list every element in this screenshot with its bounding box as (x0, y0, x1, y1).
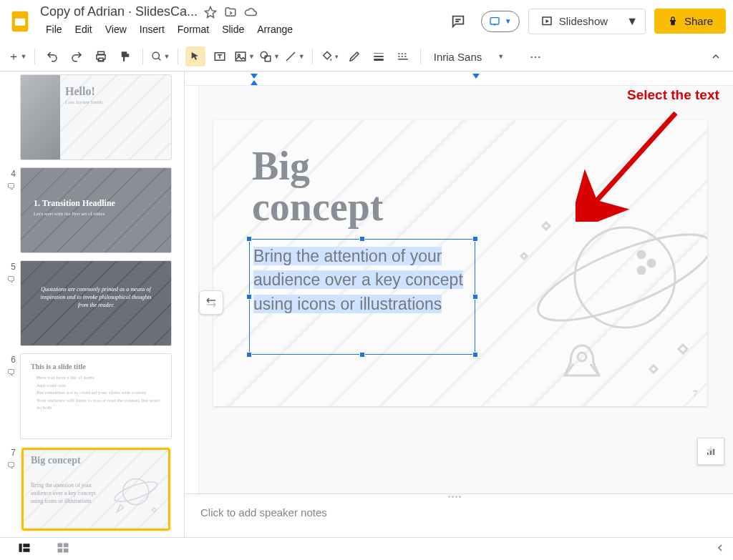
menu-edit[interactable]: Edit (69, 21, 98, 38)
toolbar: ＋▼ ▼ ▼ ▼ ▼ ▾ Inria Sans ▼ ⋯ (0, 42, 733, 72)
bottom-bar (0, 537, 733, 560)
slideshow-caret[interactable]: ▼ (619, 9, 646, 34)
svg-rect-18 (19, 544, 22, 552)
thumb-sub: Let's start with the first set of slides (34, 211, 105, 217)
shape-tool[interactable]: ▼ (259, 46, 280, 67)
speaker-notes-icon: 🗨 (7, 461, 16, 471)
thumb-sub: Bring the attention of your audience ove… (31, 481, 102, 506)
thumb-number: 4 (11, 169, 16, 179)
annotation-text: Select the text (627, 87, 719, 103)
thumb-sub: I am Jayden Smith (65, 99, 102, 105)
menu-file[interactable]: File (40, 21, 68, 38)
slides-logo[interactable] (6, 7, 34, 36)
textbox-tool[interactable] (210, 46, 230, 67)
border-color-button[interactable] (344, 46, 364, 67)
explore-button[interactable] (697, 438, 724, 465)
svg-point-7 (261, 51, 267, 58)
svg-rect-21 (58, 543, 63, 547)
slide-thumbnails-panel[interactable]: Hello! I am Jayden Smith 4🗨 1. Transitio… (0, 72, 185, 542)
thumb-number: 5 (11, 262, 16, 272)
svg-point-14 (638, 267, 645, 274)
slideshow-label: Slideshow (559, 15, 608, 27)
slide-page-number: 7 (693, 388, 697, 399)
menu-arrange[interactable]: Arrange (251, 21, 298, 38)
collapse-panel-button[interactable] (714, 542, 733, 556)
font-name-label: Inria Sans (434, 51, 482, 63)
svg-rect-24 (64, 548, 69, 552)
thumb-sub: Here you have a list of items And some t… (37, 374, 162, 412)
speaker-notes[interactable]: Click to add speaker notes (185, 499, 733, 542)
border-dash-button[interactable] (393, 46, 413, 67)
speaker-notes-icon: 🗨 (7, 368, 16, 378)
svg-point-16 (578, 353, 586, 361)
slide-canvas[interactable]: Big concept Bring the attention of your … (213, 120, 707, 406)
menu-view[interactable]: View (99, 21, 132, 38)
share-button[interactable]: Share (654, 9, 726, 34)
vertical-ruler[interactable] (185, 86, 199, 493)
zoom-button[interactable]: ▼ (150, 46, 170, 67)
thumb-title: Quotations are commonly printed as a mea… (35, 285, 157, 310)
collapse-toolbar-button[interactable] (706, 46, 726, 67)
svg-rect-23 (58, 548, 63, 552)
svg-point-10 (112, 478, 159, 505)
horizontal-ruler[interactable] (185, 72, 733, 86)
svg-rect-1 (15, 18, 25, 25)
svg-point-15 (528, 217, 707, 338)
menu-bar: File Edit View Insert Format Slide Arran… (40, 21, 438, 38)
share-label: Share (684, 15, 713, 27)
svg-point-3 (152, 52, 159, 59)
svg-rect-22 (64, 543, 69, 547)
paint-format-button[interactable] (115, 46, 135, 67)
speaker-notes-icon: 🗨 (7, 182, 16, 192)
speaker-notes-icon: 🗨 (7, 275, 16, 285)
doc-title[interactable]: Copy of Adrian · SlidesCa... (40, 4, 198, 19)
thumb-title: Big concept (31, 456, 81, 466)
select-tool[interactable] (185, 46, 205, 67)
selected-textbox[interactable]: Bring the attention of your audience ove… (251, 240, 474, 353)
svg-rect-2 (490, 17, 499, 24)
fill-color-button[interactable]: ▾ (320, 46, 340, 67)
svg-rect-5 (236, 52, 246, 61)
line-tool[interactable]: ▼ (284, 46, 305, 67)
svg-rect-8 (265, 56, 271, 62)
svg-point-12 (638, 251, 645, 258)
print-button[interactable] (91, 46, 111, 67)
grid-view-icon[interactable] (56, 541, 70, 558)
undo-button[interactable] (42, 46, 62, 67)
filmstrip-view-icon[interactable] (17, 541, 31, 558)
notes-splitter[interactable] (185, 493, 733, 499)
slide-title[interactable]: Big concept (252, 146, 384, 227)
border-weight-button[interactable] (369, 46, 389, 67)
present-dropdown[interactable]: ▼ (481, 11, 520, 32)
star-icon[interactable] (203, 5, 218, 19)
image-tool[interactable]: ▼ (234, 46, 255, 67)
thumb-slide-6[interactable]: This is a slide title Here you have a li… (20, 353, 172, 439)
illustration-planet (500, 199, 707, 399)
redo-button[interactable] (67, 46, 87, 67)
menu-slide[interactable]: Slide (216, 21, 250, 38)
thumb-title: 1. Transition Headline (34, 198, 115, 209)
slideshow-button[interactable]: Slideshow (528, 9, 619, 34)
format-options-chip[interactable] (199, 290, 223, 315)
thumb-slide-7[interactable]: Big concept Bring the attention of your … (23, 449, 169, 529)
thumb-number: 6 (11, 355, 16, 365)
svg-point-13 (648, 260, 655, 267)
menu-insert[interactable]: Insert (134, 21, 170, 38)
thumb-title: Hello! (65, 85, 95, 98)
move-folder-icon[interactable] (223, 5, 238, 19)
comments-icon[interactable] (444, 7, 472, 36)
more-tools-button[interactable]: ⋯ (525, 46, 545, 67)
selection-handles[interactable] (249, 239, 475, 355)
menu-format[interactable]: Format (172, 21, 215, 38)
cloud-status-icon[interactable] (243, 5, 258, 19)
svg-point-11 (575, 227, 675, 328)
svg-rect-19 (23, 544, 29, 547)
font-selector[interactable]: Inria Sans ▼ (428, 51, 521, 63)
thumb-number: 7 (11, 448, 16, 458)
thumb-slide-3[interactable]: Hello! I am Jayden Smith (20, 74, 172, 160)
thumb-slide-5[interactable]: Quotations are commonly printed as a mea… (20, 260, 172, 346)
svg-rect-20 (23, 548, 29, 551)
thumb-slide-4[interactable]: 1. Transition Headline Let's start with … (20, 167, 172, 253)
thumb-title: This is a slide title (31, 363, 86, 370)
new-slide-button[interactable]: ＋▼ (7, 46, 27, 67)
